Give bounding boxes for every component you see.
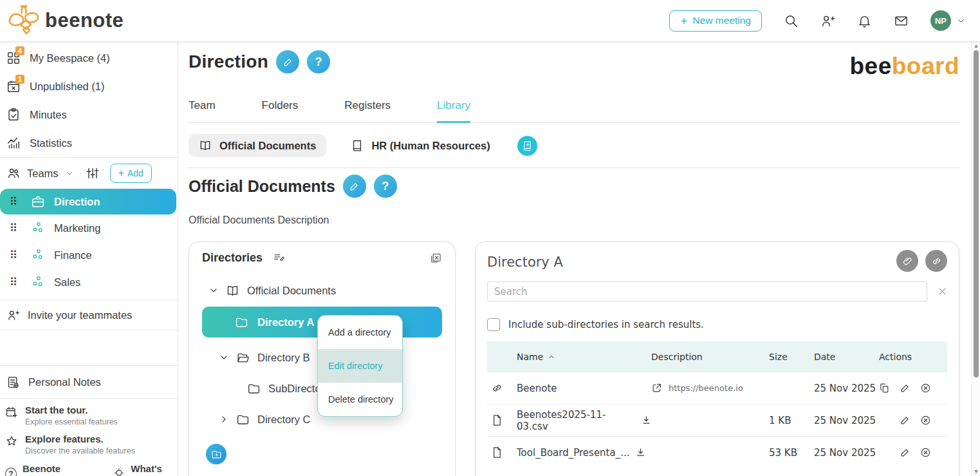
tour-title: Start the tour. xyxy=(25,405,118,415)
attach-file-button[interactable] xyxy=(896,250,918,272)
table-row[interactable]: Beenote https://beenote.io 25 Nov 2025 xyxy=(487,372,947,404)
library-chip-official-documents[interactable]: Official Documents xyxy=(189,134,326,157)
add-team-button[interactable]: + Add xyxy=(110,164,152,183)
download-icon[interactable] xyxy=(636,448,645,457)
file-description[interactable]: https://beenote.io xyxy=(669,383,743,393)
brand-wordmark: beenote xyxy=(45,9,124,32)
column-header-name[interactable]: Name xyxy=(517,352,651,362)
sidebar-item-statistics[interactable]: Statistics xyxy=(0,129,178,157)
scrollbar-thumb[interactable] xyxy=(974,50,979,377)
tree-node-label: Official Documents xyxy=(247,285,336,297)
folder-icon xyxy=(236,413,250,426)
filter-sliders-icon[interactable] xyxy=(86,166,100,180)
sidebar-team-finance[interactable]: ⠿ Finance xyxy=(0,242,178,269)
add-directory-button[interactable] xyxy=(206,444,227,464)
open-book-icon xyxy=(226,284,239,298)
account-menu[interactable]: NP xyxy=(930,10,966,31)
remove-button[interactable] xyxy=(920,415,931,426)
search-icon[interactable] xyxy=(784,14,799,28)
table-row[interactable]: Tool_Board_Presenta_... 53 KB 25 Nov 202… xyxy=(487,436,947,468)
new-meeting-label: New meeting xyxy=(693,15,751,26)
drag-handle-icon[interactable]: ⠿ xyxy=(0,222,26,235)
tab-library[interactable]: Library xyxy=(437,94,470,123)
column-header-size[interactable]: Size xyxy=(769,352,814,362)
column-label: Name xyxy=(517,352,543,362)
column-header-description[interactable]: Description xyxy=(651,352,769,362)
sidebar: 4 My Beespace (4) 1 Unpublished (1) Minu… xyxy=(0,41,178,476)
menu-item-add-directory[interactable]: Add a directory xyxy=(318,316,402,349)
remove-button[interactable] xyxy=(920,383,931,394)
scroll-down-arrow[interactable]: ▼ xyxy=(973,468,979,475)
tab-folders[interactable]: Folders xyxy=(262,94,299,122)
tab-team[interactable]: Team xyxy=(189,94,216,122)
edit-team-button[interactable] xyxy=(276,50,299,73)
table-row[interactable]: Beenotes2025-11-03.csv 1 KB 25 Nov 2025 xyxy=(487,404,947,436)
tree-node-official-documents[interactable]: Official Documents xyxy=(202,279,442,302)
person-add-icon[interactable] xyxy=(820,14,835,28)
team-org-icon xyxy=(31,248,45,262)
help-team-button[interactable]: ? xyxy=(307,50,330,73)
sidebar-item-minutes[interactable]: Minutes xyxy=(0,100,178,129)
invite-teammates-button[interactable]: Invite your teammates xyxy=(0,300,178,330)
download-icon[interactable] xyxy=(642,415,651,425)
remove-button[interactable] xyxy=(920,447,931,458)
beenote-academy-button[interactable]: ? Beenote academy xyxy=(5,463,95,476)
library-chip-label: Official Documents xyxy=(219,140,316,152)
chevron-down-icon[interactable] xyxy=(208,285,219,296)
sidebar-team-sales[interactable]: ⠿ Sales xyxy=(0,269,178,296)
beenote-logo[interactable]: beenote xyxy=(0,5,124,36)
file-name[interactable]: Tool_Board_Presenta_... xyxy=(517,447,630,459)
explore-features-button[interactable]: Explore features. Discover the available… xyxy=(0,428,178,457)
edit-library-button[interactable] xyxy=(343,175,366,198)
add-library-button[interactable] xyxy=(517,136,537,156)
avatar[interactable]: NP xyxy=(930,10,951,31)
library-chip-hr[interactable]: HR (Human Resources) xyxy=(340,134,500,157)
help-library-button[interactable]: ? xyxy=(374,175,397,198)
plus-icon: + xyxy=(680,15,687,27)
drag-handle-icon[interactable]: ⠿ xyxy=(0,276,26,289)
scroll-up-arrow[interactable]: ▲ xyxy=(973,43,979,49)
beeboard-logo-bee: bee xyxy=(849,53,891,79)
clipboard-check-icon xyxy=(6,108,21,122)
sidebar-item-personal-notes[interactable]: Personal Notes xyxy=(0,366,178,398)
sidebar-item-my-beespace[interactable]: 4 My Beespace (4) xyxy=(0,44,178,72)
sidebar-item-unpublished[interactable]: 1 Unpublished (1) xyxy=(0,72,178,100)
directories-title: Directories xyxy=(202,251,263,265)
drag-handle-icon[interactable]: ⠿ xyxy=(0,195,26,209)
start-tour-button[interactable]: Start the tour. Explore essential featur… xyxy=(0,399,178,428)
whats-new-button[interactable]: What's new xyxy=(113,463,178,476)
sidebar-team-marketing[interactable]: ⠿ Marketing xyxy=(0,214,178,242)
mail-icon[interactable] xyxy=(894,14,909,28)
teams-label[interactable]: Teams xyxy=(27,167,59,180)
edit-button[interactable] xyxy=(900,415,911,426)
edit-button[interactable] xyxy=(900,447,911,458)
column-header-date[interactable]: Date xyxy=(814,352,879,362)
chevron-down-icon xyxy=(956,16,966,26)
search-input[interactable] xyxy=(487,281,927,301)
copy-icon xyxy=(879,383,890,394)
menu-item-delete-directory[interactable]: Delete directory xyxy=(318,383,402,416)
reorder-directories-button[interactable] xyxy=(273,252,286,265)
vertical-scrollbar[interactable]: ▲ ▼ xyxy=(971,41,980,476)
book-plus-icon xyxy=(522,140,533,151)
file-name[interactable]: Beenotes2025-11-03.csv xyxy=(517,409,636,432)
chevron-down-icon[interactable] xyxy=(219,352,229,363)
edit-button[interactable] xyxy=(900,383,911,394)
external-link-icon[interactable] xyxy=(651,383,662,394)
drag-handle-icon[interactable]: ⠿ xyxy=(0,249,26,262)
pencil-icon xyxy=(282,57,293,68)
sidebar-item-label: Minutes xyxy=(30,109,67,121)
bell-icon[interactable] xyxy=(857,14,872,28)
include-subdirectories-checkbox[interactable] xyxy=(487,318,500,331)
copy-button[interactable] xyxy=(879,383,890,394)
chevron-right-icon[interactable] xyxy=(219,414,229,424)
chevron-down-icon[interactable] xyxy=(65,169,74,178)
clear-search-button[interactable] xyxy=(938,287,947,296)
tab-registers[interactable]: Registers xyxy=(344,94,391,122)
sidebar-team-direction[interactable]: ⠿ Direction xyxy=(0,189,176,214)
menu-item-edit-directory[interactable]: Edit directory xyxy=(318,349,402,383)
file-name[interactable]: Beenote xyxy=(517,383,557,394)
new-meeting-button[interactable]: + New meeting xyxy=(669,10,762,32)
collapse-directories-button[interactable] xyxy=(429,252,442,265)
add-link-button[interactable] xyxy=(925,250,947,272)
